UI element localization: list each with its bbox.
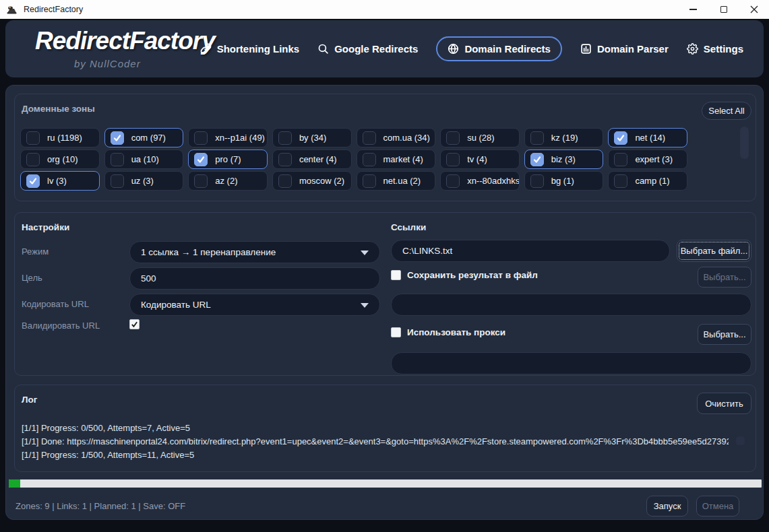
globe-icon bbox=[448, 43, 459, 55]
nav-shortening-links[interactable]: Shortening Links bbox=[200, 43, 300, 55]
zone-label: su (28) bbox=[467, 133, 494, 143]
zone-chip[interactable]: market (4) bbox=[357, 149, 436, 169]
zone-checkbox bbox=[194, 131, 208, 145]
zone-chip[interactable]: com.ua (34) bbox=[357, 128, 436, 147]
maximize-icon bbox=[720, 6, 727, 13]
window-title: RedirectFactory bbox=[24, 5, 83, 14]
zone-label: moscow (2) bbox=[299, 176, 344, 186]
zone-chip[interactable]: moscow (2) bbox=[272, 171, 352, 191]
app-header: RedirectFactory by NullCoder Shortening … bbox=[5, 20, 764, 77]
zone-chip[interactable]: center (4) bbox=[272, 149, 352, 169]
use-proxy-checkbox[interactable] bbox=[391, 327, 401, 337]
zone-label: net.ua (2) bbox=[383, 176, 421, 186]
close-button[interactable] bbox=[739, 0, 769, 19]
nav-google-redirects[interactable]: Google Redirects bbox=[317, 43, 418, 55]
zone-label: center (4) bbox=[299, 154, 337, 164]
zone-chip[interactable]: org (10) bbox=[20, 149, 100, 169]
proxy-input[interactable] bbox=[391, 352, 751, 374]
zone-chip[interactable]: lv (3) bbox=[20, 171, 100, 191]
progress-fill bbox=[9, 479, 20, 488]
choose-file-button[interactable]: Выбрать файл... bbox=[677, 240, 751, 262]
zone-chip[interactable]: ru (1198) bbox=[20, 128, 100, 147]
zone-checkbox bbox=[363, 153, 376, 166]
zone-chip[interactable]: bg (1) bbox=[524, 171, 604, 191]
start-button[interactable]: Запуск bbox=[646, 496, 688, 517]
zone-checkbox bbox=[530, 131, 544, 145]
links-file-input[interactable]: C:\LINKS.txt bbox=[391, 240, 670, 262]
zone-label: market (4) bbox=[383, 154, 423, 164]
zone-label: kz (19) bbox=[551, 133, 578, 143]
settings-title: Настройки bbox=[22, 222, 69, 232]
encode-url-select[interactable]: Кодировать URL bbox=[129, 294, 380, 316]
minimize-button[interactable] bbox=[678, 0, 708, 19]
log-scrollbar[interactable] bbox=[736, 436, 745, 445]
zone-chip[interactable]: pro (7) bbox=[188, 149, 268, 169]
zone-checkbox bbox=[614, 174, 627, 188]
zone-chip[interactable]: tv (4) bbox=[440, 149, 520, 169]
zones-scrollbar[interactable] bbox=[740, 127, 749, 159]
maximize-button[interactable] bbox=[708, 0, 739, 19]
zone-checkbox bbox=[194, 153, 208, 166]
zone-checkbox bbox=[26, 174, 40, 188]
zone-label: com (97) bbox=[131, 133, 166, 143]
zone-label: uz (3) bbox=[131, 176, 154, 186]
domain-zones-panel: Доменные зоны Select All ru (1198) com (… bbox=[14, 94, 756, 201]
save-result-checkbox[interactable] bbox=[391, 270, 401, 280]
zone-label: bg (1) bbox=[551, 176, 574, 186]
zone-chip[interactable]: uz (3) bbox=[104, 171, 184, 191]
nav-settings[interactable]: Settings bbox=[687, 43, 743, 55]
minimize-icon bbox=[689, 9, 697, 10]
zone-label: com.ua (34) bbox=[383, 133, 430, 143]
zone-checkbox bbox=[26, 153, 40, 166]
zone-chip[interactable]: xn--p1ai (49) bbox=[188, 128, 268, 147]
log-lines: [1/1] Progress: 0/500, Attempts=7, Activ… bbox=[22, 422, 729, 462]
clear-log-button[interactable]: Очистить bbox=[697, 393, 751, 414]
brand-byline: by NullCoder bbox=[74, 58, 141, 69]
target-input[interactable]: 500 bbox=[129, 267, 380, 290]
log-line: [1/1] Done: https://maschinenportal24.co… bbox=[22, 435, 729, 448]
zone-chip[interactable]: ua (10) bbox=[104, 149, 184, 169]
zone-checkbox bbox=[530, 153, 544, 166]
validate-url-checkbox[interactable] bbox=[129, 319, 140, 329]
zone-checkbox bbox=[363, 174, 376, 188]
nav-label: Domain Parser bbox=[597, 43, 669, 55]
check-icon bbox=[131, 321, 138, 328]
zone-chip[interactable]: az (2) bbox=[188, 171, 268, 191]
zone-chip[interactable]: com (97) bbox=[104, 128, 184, 147]
choose-save-file-button[interactable]: Выбрать... bbox=[698, 267, 751, 288]
zone-chip[interactable]: biz (3) bbox=[524, 149, 604, 169]
links-file-path: C:\LINKS.txt bbox=[402, 246, 452, 256]
nav-domain-redirects[interactable]: Domain Redirects bbox=[436, 36, 562, 61]
zone-checkbox bbox=[446, 131, 460, 145]
app-icon bbox=[6, 4, 18, 15]
zone-label: net (14) bbox=[635, 133, 665, 143]
zone-chip[interactable]: camp (1) bbox=[608, 171, 687, 191]
select-all-button[interactable]: Select All bbox=[702, 102, 751, 120]
zone-label: expert (3) bbox=[635, 154, 673, 164]
check-icon bbox=[113, 134, 121, 142]
zone-label: ru (1198) bbox=[47, 133, 82, 143]
close-icon bbox=[750, 5, 758, 13]
zone-chip[interactable]: net.ua (2) bbox=[357, 171, 436, 191]
nav-label: Settings bbox=[704, 43, 743, 55]
zone-chip[interactable]: su (28) bbox=[440, 128, 520, 147]
zone-label: tv (4) bbox=[467, 154, 487, 164]
target-label: Цель bbox=[22, 273, 42, 283]
brand-logo: RedirectFactory bbox=[35, 27, 215, 55]
title-bar: RedirectFactory bbox=[0, 0, 769, 19]
zone-checkbox bbox=[278, 131, 292, 145]
log-title: Лог bbox=[22, 395, 37, 405]
choose-proxy-button[interactable]: Выбрать... bbox=[698, 324, 751, 345]
zone-chip[interactable]: by (34) bbox=[272, 128, 352, 147]
nav-domain-parser[interactable]: Domain Parser bbox=[580, 43, 669, 55]
save-path-input[interactable] bbox=[391, 294, 751, 316]
mode-select[interactable]: 1 ссылка → 1 перенаправление bbox=[129, 241, 380, 263]
main-content: Доменные зоны Select All ru (1198) com (… bbox=[5, 85, 764, 520]
zone-chip[interactable]: kz (19) bbox=[524, 128, 604, 147]
zone-checkbox bbox=[446, 174, 460, 188]
cancel-button[interactable]: Отмена bbox=[696, 496, 739, 517]
zone-chip[interactable]: expert (3) bbox=[608, 149, 687, 169]
zone-chip[interactable]: xn--80adxhks (2) bbox=[440, 171, 520, 191]
zone-chip[interactable]: net (14) bbox=[608, 128, 687, 147]
zone-checkbox bbox=[363, 131, 376, 145]
